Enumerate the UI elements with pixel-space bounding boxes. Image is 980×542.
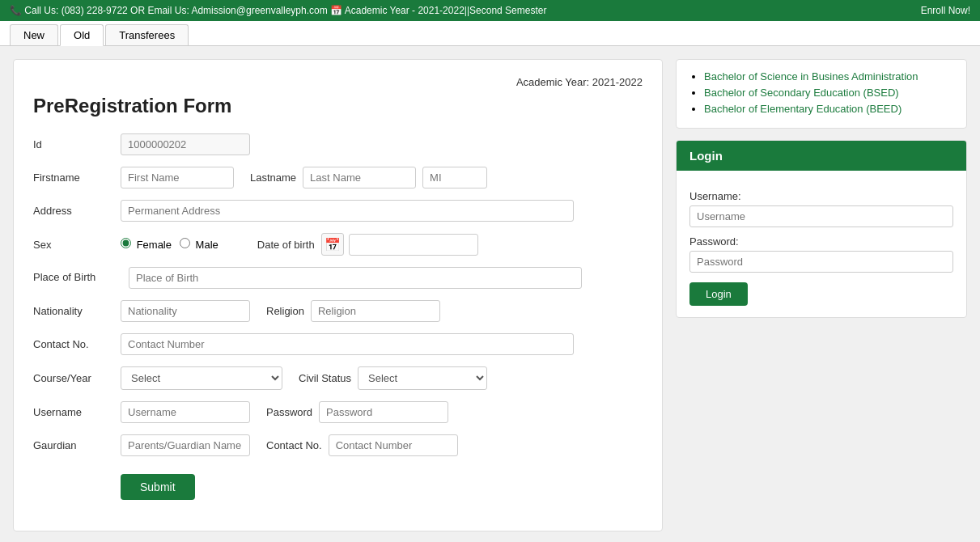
programs-panel: Bachelor of Science in Busines Administr… <box>676 59 967 129</box>
lastname-input[interactable] <box>303 167 416 188</box>
id-label: Id <box>33 138 114 150</box>
login-password-label: Password: <box>689 235 953 248</box>
username-password-row: Username Password <box>33 401 643 423</box>
religion-label: Religion <box>266 305 304 317</box>
login-password-input[interactable] <box>689 251 953 273</box>
male-radio[interactable] <box>180 238 190 248</box>
course-label: Course/Year <box>33 372 114 384</box>
name-row: Firstname Lastname <box>33 167 643 188</box>
calendar-icon[interactable]: 📅 <box>321 233 344 256</box>
login-username-input[interactable] <box>689 205 953 227</box>
username-label: Username <box>33 406 114 418</box>
id-row: Id <box>33 133 643 155</box>
password-label: Password <box>266 406 312 418</box>
pob-row: Place of Birth <box>33 267 643 289</box>
sex-label: Sex <box>33 239 114 251</box>
guardian-contact-input[interactable] <box>329 434 458 456</box>
address-input[interactable] <box>121 200 574 222</box>
dob-group: 📅 <box>321 233 478 256</box>
nationality-label: Nationality <box>33 305 114 317</box>
tab-old[interactable]: Old <box>60 24 104 46</box>
firstname-input[interactable] <box>121 167 234 188</box>
contact-label: Contact No. <box>33 338 114 350</box>
firstname-label: Firstname <box>33 171 114 184</box>
nationality-input[interactable] <box>121 300 250 322</box>
contact-info: 📞 Call Us: (083) 228-9722 OR Email Us: A… <box>10 5 546 16</box>
sex-dob-row: Sex Female Male Date of birth 📅 <box>33 233 643 256</box>
form-title: PreRegistration Form <box>33 95 643 117</box>
contact-row: Contact No. <box>33 333 643 355</box>
program-item-1: Bachelor of Secondary Education (BSED) <box>704 86 953 99</box>
form-panel: Academic Year: 2021-2022 PreRegistration… <box>13 59 663 531</box>
male-label[interactable]: Male <box>180 238 218 251</box>
address-row: Address <box>33 200 643 222</box>
religion-input[interactable] <box>311 300 440 322</box>
guardian-label: Gaurdian <box>33 439 114 451</box>
programs-list: Bachelor of Science in Busines Administr… <box>689 70 953 115</box>
program-link-2[interactable]: Bachelor of Elementary Education (BEED) <box>704 103 902 115</box>
course-civil-row: Course/Year Select BSIT BSBA BSED BEED C… <box>33 366 643 390</box>
nationality-religion-row: Nationality Religion <box>33 300 643 322</box>
pob-label: Place of Birth <box>33 271 122 285</box>
username-input[interactable] <box>121 401 250 423</box>
program-link-1[interactable]: Bachelor of Secondary Education (BSED) <box>704 87 899 99</box>
sex-group: Female Male <box>121 238 218 251</box>
enroll-now-link[interactable]: Enroll Now! <box>921 5 970 16</box>
login-body: Username: Password: Login <box>677 171 966 317</box>
guardian-contact-label: Contact No. <box>266 439 322 451</box>
tab-new[interactable]: New <box>10 24 58 45</box>
program-item-2: Bachelor of Elementary Education (BEED) <box>704 102 953 115</box>
address-label: Address <box>33 205 114 217</box>
civil-status-label: Civil Status <box>299 372 351 384</box>
tab-transferees[interactable]: Transferees <box>105 24 189 45</box>
contact-input[interactable] <box>121 333 574 355</box>
guardian-row: Gaurdian Contact No. <box>33 434 643 456</box>
right-panel: Bachelor of Science in Busines Administr… <box>676 59 967 531</box>
main-layout: Academic Year: 2021-2022 PreRegistration… <box>0 46 980 542</box>
login-header: Login <box>677 141 966 171</box>
phone-icon: 📞 <box>10 5 24 16</box>
female-label[interactable]: Female <box>121 238 172 251</box>
civil-status-select[interactable]: Select Single Married Widowed Separated <box>358 366 487 390</box>
mi-input[interactable] <box>422 167 487 188</box>
tabs-bar: New Old Transferees <box>0 21 980 46</box>
dob-input[interactable] <box>349 234 478 256</box>
female-radio[interactable] <box>121 238 131 248</box>
form-academic-year: Academic Year: 2021-2022 <box>33 76 643 88</box>
submit-row: Submit <box>33 468 643 500</box>
program-item-0: Bachelor of Science in Busines Administr… <box>704 70 953 83</box>
password-input[interactable] <box>319 401 448 423</box>
login-panel: Login Username: Password: Login <box>676 140 967 318</box>
login-username-label: Username: <box>689 190 953 202</box>
guardian-input[interactable] <box>121 434 250 456</box>
course-select[interactable]: Select BSIT BSBA BSED BEED <box>121 366 282 390</box>
login-button[interactable]: Login <box>689 282 748 306</box>
lastname-label: Lastname <box>250 171 296 184</box>
top-bar: 📞 Call Us: (083) 228-9722 OR Email Us: A… <box>0 0 980 21</box>
program-link-0[interactable]: Bachelor of Science in Busines Administr… <box>704 70 918 83</box>
dob-label: Date of birth <box>257 239 315 251</box>
id-input[interactable] <box>121 133 250 155</box>
calendar-icon-top: 📅 <box>330 5 345 16</box>
submit-button[interactable]: Submit <box>121 474 195 500</box>
pob-input[interactable] <box>129 267 582 289</box>
